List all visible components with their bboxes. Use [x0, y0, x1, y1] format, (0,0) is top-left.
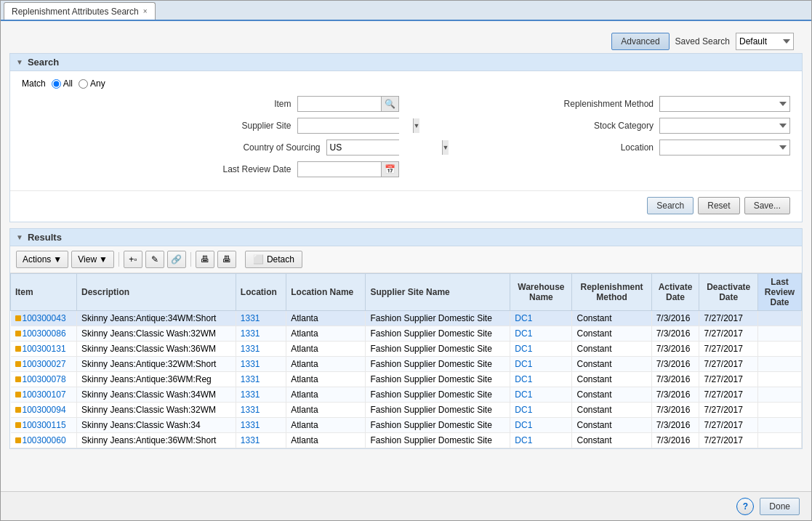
- item-link[interactable]: 100300094: [23, 405, 66, 415]
- deactivate-date-cell: 7/27/2017: [699, 372, 758, 387]
- tab-replenishment-search[interactable]: Replenishment Attributes Search ×: [4, 2, 156, 20]
- rep-method-cell: Constant: [572, 311, 651, 326]
- warehouse-cell: DC1: [510, 403, 572, 418]
- stock-category-label: Stock Category: [559, 121, 654, 131]
- item-cell: 100300086: [11, 326, 77, 342]
- search-section: ▼ Search Match All Any: [9, 53, 803, 222]
- location-cell: 1331: [236, 311, 286, 326]
- last-review-date-calendar-icon[interactable]: 📅: [381, 162, 398, 177]
- actions-dropdown-button[interactable]: Actions ▼: [16, 251, 68, 268]
- supplier-site-row: Supplier Site ▼: [22, 118, 399, 134]
- rep-method-cell: Constant: [572, 403, 651, 418]
- saved-search-label: Saved Search: [675, 36, 730, 47]
- supplier-site-input[interactable]: [298, 118, 413, 133]
- item-cell: 100300131: [11, 342, 77, 357]
- edit-icon-button[interactable]: ✎: [145, 251, 164, 268]
- location-link[interactable]: 1331: [241, 435, 260, 445]
- activate-date-cell: 7/3/2016: [651, 326, 699, 342]
- warehouse-link[interactable]: DC1: [515, 420, 532, 430]
- location-link[interactable]: 1331: [241, 344, 260, 354]
- location-name-cell: Atlanta: [286, 403, 366, 418]
- warehouse-cell: DC1: [510, 418, 572, 433]
- item-input[interactable]: [298, 97, 381, 111]
- description-cell: Skinny Jeans:Antique:34WM:Short: [77, 311, 236, 326]
- window-footer: ? Done: [1, 491, 811, 520]
- item-link[interactable]: 100300043: [23, 313, 66, 323]
- location-cell: 1331: [236, 387, 286, 403]
- match-label: Match: [22, 78, 46, 89]
- location-cell: 1331: [236, 403, 286, 418]
- rep-method-select[interactable]: [659, 96, 790, 112]
- save-button[interactable]: Save...: [744, 197, 790, 214]
- print-icon-button[interactable]: 🖶: [217, 251, 236, 268]
- last-review-date-wrapper: 📅: [297, 161, 399, 177]
- search-section-header: ▼ Search: [10, 54, 802, 71]
- warehouse-link[interactable]: DC1: [515, 359, 532, 369]
- location-link[interactable]: 1331: [241, 359, 260, 369]
- tab-close-icon[interactable]: ×: [143, 7, 148, 15]
- match-all-radio[interactable]: [52, 79, 61, 89]
- item-link[interactable]: 100300060: [23, 435, 66, 445]
- done-button[interactable]: Done: [760, 498, 800, 515]
- location-link[interactable]: 1331: [241, 389, 260, 400]
- location-link[interactable]: 1331: [241, 420, 260, 430]
- export-icon-button[interactable]: 🖶: [196, 251, 214, 268]
- warehouse-link[interactable]: DC1: [515, 374, 532, 384]
- description-cell: Skinny Jeans:Classic Wash:32WM: [77, 326, 236, 342]
- location-link[interactable]: 1331: [241, 328, 260, 339]
- location-cell: 1331: [236, 418, 286, 433]
- location-name-cell: Atlanta: [286, 357, 366, 372]
- view-dropdown-button[interactable]: View ▼: [71, 251, 114, 268]
- results-collapse-icon[interactable]: ▼: [16, 233, 23, 241]
- location-select[interactable]: [659, 140, 790, 156]
- last-review-date-input[interactable]: [298, 162, 381, 177]
- search-collapse-icon[interactable]: ▼: [16, 58, 23, 66]
- warehouse-cell: DC1: [510, 311, 572, 326]
- item-search-icon[interactable]: 🔍: [381, 97, 398, 111]
- warehouse-link[interactable]: DC1: [515, 405, 532, 415]
- country-sourcing-label: Country of Sourcing: [226, 142, 321, 153]
- warehouse-link[interactable]: DC1: [515, 435, 532, 445]
- help-button[interactable]: ?: [736, 498, 754, 515]
- view-label: View: [78, 254, 97, 264]
- item-link[interactable]: 100300078: [23, 374, 66, 384]
- match-row: Match All Any: [22, 78, 790, 89]
- location-link[interactable]: 1331: [241, 374, 260, 384]
- warehouse-link[interactable]: DC1: [515, 389, 532, 400]
- match-all-option[interactable]: All: [52, 78, 73, 89]
- item-link[interactable]: 100300107: [23, 389, 66, 400]
- stock-category-select[interactable]: [659, 118, 790, 134]
- description-cell: Skinny Jeans:Antique:36WM:Short: [77, 433, 236, 448]
- warehouse-link[interactable]: DC1: [515, 313, 532, 323]
- location-name-cell: Atlanta: [286, 342, 366, 357]
- advanced-button[interactable]: Advanced: [611, 33, 669, 50]
- results-section: ▼ Results Actions ▼ View ▼ +▫ ✎: [9, 228, 803, 449]
- deactivate-date-cell: 7/27/2017: [699, 357, 758, 372]
- description-cell: Skinny Jeans:Antique:36WM:Reg: [77, 372, 236, 387]
- results-table-wrapper: Item Description Location Location Name …: [10, 273, 802, 448]
- saved-search-select[interactable]: Default: [736, 33, 794, 50]
- warehouse-link[interactable]: DC1: [515, 328, 532, 339]
- item-link[interactable]: 100300131: [23, 344, 66, 354]
- match-any-radio[interactable]: [79, 79, 88, 89]
- warehouse-cell: DC1: [510, 342, 572, 357]
- item-link[interactable]: 100300027: [23, 359, 66, 369]
- link-icon-button[interactable]: 🔗: [167, 251, 186, 268]
- activate-date-cell: 7/3/2016: [651, 387, 699, 403]
- location-link[interactable]: 1331: [241, 405, 260, 415]
- item-cell: 100300043: [11, 311, 77, 326]
- location-link[interactable]: 1331: [241, 313, 260, 323]
- activate-date-cell: 7/3/2016: [651, 357, 699, 372]
- detach-button[interactable]: ⬜ Detach: [245, 251, 302, 268]
- col-header-deactivate-date: DeactivateDate: [699, 274, 758, 311]
- item-link[interactable]: 100300086: [23, 328, 66, 339]
- search-button[interactable]: Search: [647, 197, 694, 214]
- item-cell: 100300027: [11, 357, 77, 372]
- reset-button[interactable]: Reset: [698, 197, 739, 214]
- match-any-option[interactable]: Any: [79, 78, 105, 89]
- add-row-icon-button[interactable]: +▫: [124, 251, 142, 268]
- item-link[interactable]: 100300115: [23, 420, 66, 430]
- warehouse-link[interactable]: DC1: [515, 344, 532, 354]
- location-cell: 1331: [236, 326, 286, 342]
- col-header-location-name: Location Name: [286, 274, 366, 311]
